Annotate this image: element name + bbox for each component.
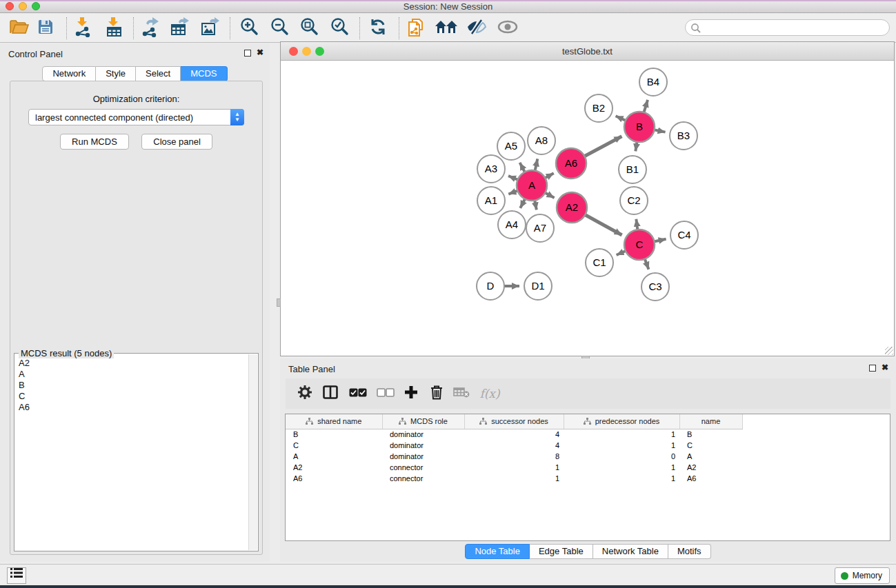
column-header-shared-name[interactable]: shared name	[286, 414, 382, 429]
result-item[interactable]: C	[15, 391, 248, 402]
cell-MCDS-role[interactable]: connector	[382, 473, 464, 484]
tab-style[interactable]: Style	[96, 66, 136, 81]
mcds-result-box: MCDS result (5 nodes) A2ABCA6	[14, 353, 259, 551]
apply-layout-icon[interactable]	[369, 18, 387, 39]
column-header-name[interactable]: name	[679, 414, 742, 429]
import-table-icon[interactable]	[106, 17, 123, 40]
table-row[interactable]: Bdominator41B	[286, 429, 742, 440]
resize-grip[interactable]	[885, 347, 893, 355]
close-table-panel-icon[interactable]: ✖	[882, 363, 888, 372]
table-row[interactable]: A6connector11A6	[286, 473, 742, 484]
cell-shared-name[interactable]: A	[286, 451, 382, 462]
criterion-select[interactable]: largest connected component (directed) ▲…	[28, 109, 244, 125]
search-icon	[690, 23, 701, 34]
node-label-D: D	[487, 280, 495, 292]
tab-select[interactable]: Select	[136, 66, 181, 81]
unselect-all-columns-icon[interactable]	[377, 387, 395, 400]
export-image-icon[interactable]	[201, 17, 220, 40]
close-panel-icon[interactable]: ✖	[257, 48, 263, 57]
table-row[interactable]: A2connector11A2	[286, 462, 742, 473]
result-scrollbar[interactable]	[248, 354, 257, 550]
session-title: Session: New Session	[0, 1, 896, 12]
import-network-icon[interactable]	[74, 17, 92, 40]
tab-network[interactable]: Network	[42, 66, 96, 81]
criterion-value: largest connected component (directed)	[35, 112, 193, 123]
node-label-B: B	[636, 121, 643, 132]
node-label-C1: C1	[593, 256, 606, 268]
control-panel-header: Control Panel ✖	[0, 43, 270, 61]
cell-shared-name[interactable]: A2	[286, 462, 382, 473]
column-header-successor-nodes[interactable]: successor nodes	[464, 414, 564, 429]
zoom-out-icon[interactable]	[270, 17, 289, 39]
search-input[interactable]	[704, 21, 883, 34]
cell-successor-nodes[interactable]: 4	[464, 429, 564, 440]
cell-predecessor-nodes[interactable]: 1	[564, 462, 679, 473]
tab-network-table[interactable]: Network Table	[593, 544, 668, 559]
float-table-panel-icon[interactable]	[869, 365, 876, 372]
cell-MCDS-role[interactable]: dominator	[382, 440, 464, 451]
run-mcds-button[interactable]: Run MCDS	[60, 134, 129, 150]
cell-MCDS-role[interactable]: dominator	[382, 451, 464, 462]
cell-MCDS-role[interactable]: dominator	[382, 429, 464, 440]
show-graphics-details-icon[interactable]	[497, 20, 518, 37]
search-field[interactable]	[685, 19, 890, 36]
tab-mcds[interactable]: MCDS	[181, 66, 227, 81]
result-item[interactable]: A6	[15, 402, 248, 413]
zoom-in-icon[interactable]	[239, 17, 259, 39]
create-column-icon[interactable]	[404, 385, 418, 402]
cell-shared-name[interactable]: B	[286, 429, 382, 440]
cell-name[interactable]: A2	[679, 462, 742, 473]
cell-successor-nodes[interactable]: 1	[464, 462, 564, 473]
cell-successor-nodes[interactable]: 1	[464, 473, 564, 484]
main-titlebar: Session: New Session	[0, 0, 896, 13]
cell-shared-name[interactable]: A6	[286, 473, 382, 484]
table-panel-title: Table Panel	[288, 364, 335, 374]
network-graph-canvas[interactable]: B4B2BB3A8A5A6A3B1AA1C2A2A4A7C4CC1DD1C3	[281, 61, 894, 356]
save-session-icon[interactable]	[37, 19, 54, 38]
function-builder-icon[interactable]: f(x)	[479, 387, 499, 401]
tab-edge-table[interactable]: Edge Table	[530, 544, 593, 559]
cell-name[interactable]: B	[679, 429, 742, 440]
tab-node-table[interactable]: Node Table	[465, 544, 530, 559]
column-header-MCDS-role[interactable]: MCDS role	[382, 414, 464, 429]
hide-graphics-details-icon[interactable]	[466, 19, 487, 38]
home-icon[interactable]	[435, 19, 458, 37]
result-item[interactable]: A	[15, 369, 248, 380]
node-table[interactable]: shared nameMCDS rolesuccessor nodesprede…	[285, 414, 890, 541]
cell-name[interactable]: C	[679, 440, 742, 451]
float-panel-icon[interactable]	[244, 50, 251, 57]
mcds-result-list[interactable]: A2ABCA6	[15, 358, 248, 550]
splitter-handle-vertical[interactable]	[277, 298, 281, 307]
cell-name[interactable]: A	[679, 451, 742, 462]
zoom-selected-icon[interactable]	[330, 17, 349, 39]
network-overview-icon[interactable]	[407, 16, 428, 41]
table-row[interactable]: Cdominator41C	[286, 440, 742, 451]
delete-columns-icon[interactable]	[430, 385, 444, 403]
memory-button[interactable]: Memory	[835, 567, 890, 584]
delete-table-icon[interactable]	[453, 387, 470, 401]
close-panel-button[interactable]: Close panel	[141, 134, 212, 150]
export-table-icon[interactable]	[170, 17, 190, 40]
cell-predecessor-nodes[interactable]: 1	[564, 440, 679, 451]
cell-predecessor-nodes[interactable]: 1	[564, 473, 679, 484]
cell-predecessor-nodes[interactable]: 0	[564, 451, 679, 462]
cell-predecessor-nodes[interactable]: 1	[564, 429, 679, 440]
table-settings-icon[interactable]	[297, 385, 312, 403]
cell-successor-nodes[interactable]: 4	[464, 440, 564, 451]
column-header-predecessor-nodes[interactable]: predecessor nodes	[564, 414, 679, 429]
table-row[interactable]: Adominator80A	[286, 451, 742, 462]
cell-shared-name[interactable]: C	[286, 440, 382, 451]
node-label-C3: C3	[648, 281, 661, 292]
result-item[interactable]: B	[15, 380, 248, 391]
task-history-button[interactable]	[7, 567, 26, 584]
cell-name[interactable]: A6	[679, 473, 742, 484]
select-all-columns-icon[interactable]	[349, 387, 367, 400]
cell-MCDS-role[interactable]: connector	[382, 462, 464, 473]
show-column-panel-icon[interactable]	[323, 385, 338, 402]
cell-successor-nodes[interactable]: 8	[464, 451, 564, 462]
tab-motifs[interactable]: Motifs	[668, 544, 711, 559]
result-item[interactable]: A2	[15, 358, 248, 369]
open-session-icon[interactable]	[9, 18, 30, 39]
zoom-fit-icon[interactable]	[299, 17, 319, 39]
export-network-icon[interactable]	[141, 17, 160, 40]
